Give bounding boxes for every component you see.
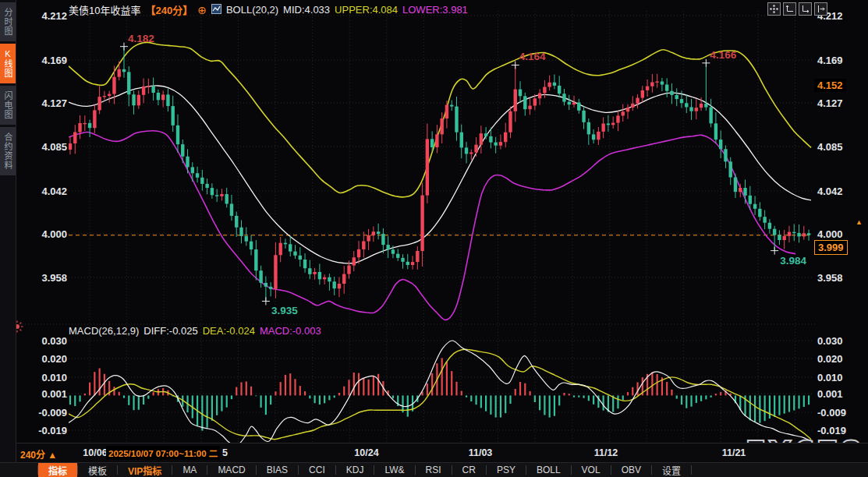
boll-label: BOLL(20,2) — [226, 4, 278, 16]
toolbar-button-KDJ[interactable]: KDJ — [336, 463, 374, 477]
toolbar-button-OBV[interactable]: OBV — [611, 463, 651, 477]
toolbar-button-PSY[interactable]: PSY — [487, 463, 526, 477]
y-axis-label-left: 0.030 — [41, 335, 67, 347]
x-axis-label: 11/12 — [594, 447, 618, 458]
toolbar-button-MA[interactable]: MA — [172, 463, 207, 477]
y-axis-label-right: 0.001 — [817, 388, 843, 400]
chart-header: 美债10年收益率 【240分】 ⊕ BOLL(20,2) MID:4.033 U… — [69, 2, 468, 17]
instrument-title: 美债10年收益率 — [69, 2, 140, 17]
toolbar-button-BOLL[interactable]: BOLL — [526, 463, 571, 477]
interval-tag: 【240分】 — [145, 2, 193, 17]
macd-header: MACD(26,12,9) DIFF:-0.025 DEA:-0.024 MAC… — [69, 325, 321, 337]
extreme-marker-cross — [262, 297, 270, 305]
x-axis-label: 11/21 — [722, 447, 746, 458]
sidebar-tab-4[interactable]: 合约资料 — [0, 127, 16, 175]
toolbar-button-模板[interactable]: 模板 — [78, 463, 117, 477]
extreme-marker-cross — [120, 43, 128, 51]
toolbar-button-MACD[interactable]: MACD — [207, 463, 255, 477]
y-axis-label-right: 0.010 — [817, 372, 843, 383]
trading-app-window: 4.1824.1644.1663.9353.984 分时图K线图闪电图合约资料 … — [0, 0, 868, 477]
extreme-marker-cross — [512, 61, 519, 69]
date-tooltip: 2025/10/07 07:00~11:00 二 — [106, 446, 220, 460]
current-price-badge: 3.999 — [814, 240, 848, 255]
y-axis-label-right: 3.958 — [817, 272, 843, 284]
indicator-toolbar: 指标模板VIP指标MAMACDBIASCCIKDJLW&RSICRPSYBOLL… — [0, 462, 868, 477]
toolbar-button-BIAS[interactable]: BIAS — [257, 463, 298, 477]
x-axis-label-fragment: 5 — [222, 447, 228, 458]
sidebar-tab-2[interactable]: K线图 — [0, 44, 16, 83]
y-axis-label-left: -0.009 — [38, 407, 67, 419]
extreme-price-annotation: 4.166 — [710, 49, 736, 61]
y-axis-label-left: 4.000 — [41, 228, 67, 240]
y-axis-label-right: 4.000 — [817, 228, 843, 240]
y-axis-label-right: 0.020 — [817, 353, 843, 365]
toolbar-button-VIP指标[interactable]: VIP指标 — [118, 463, 172, 477]
pan-icon[interactable] — [767, 2, 781, 16]
extreme-marker-cross — [771, 247, 778, 255]
y-axis-label-right: 4.085 — [817, 141, 843, 153]
chart-tools — [767, 2, 827, 16]
boll-upper-value: UPPER:4.084 — [335, 4, 398, 16]
macd-diff-value: DIFF:-0.025 — [143, 325, 197, 337]
y-axis-label-left: -0.019 — [38, 425, 67, 436]
y-axis-label-left: 0.020 — [41, 353, 67, 365]
toolbar-button-设置[interactable]: 设置 — [652, 463, 691, 477]
y-axis-label-right: 4.042 — [817, 186, 843, 197]
y-axis-label-left: 0.010 — [41, 372, 67, 383]
y-axis-label-left: 4.169 — [41, 55, 67, 66]
x-axis-label: 10/24 — [354, 447, 378, 458]
x-axis-label: 10/06 — [83, 447, 107, 458]
toolbar-button-指标[interactable]: 指标 — [38, 463, 77, 477]
x-axis-scale-icon[interactable] — [799, 2, 812, 16]
toolbar-button-VOL[interactable]: VOL — [572, 463, 611, 477]
y-axis-label-right: 4.169 — [817, 55, 843, 66]
toolbar-separator — [691, 465, 692, 475]
y-axis-label-left: 4.212 — [41, 10, 67, 22]
boll-lower-value: LOWER:3.981 — [402, 4, 468, 16]
y-axis-scale-icon[interactable] — [783, 2, 796, 16]
shift-right-icon[interactable] — [814, 2, 827, 16]
y-axis-label-right: 4.127 — [817, 97, 843, 109]
toolbar-button-RSI[interactable]: RSI — [416, 463, 452, 477]
toolbar-button-LW&[interactable]: LW& — [374, 463, 414, 477]
settlement-price-badge: 4.152 — [814, 79, 846, 92]
x-axis-label: 11/03 — [469, 447, 493, 458]
sidebar-tab-1[interactable]: 分时图 — [0, 2, 16, 41]
interval-label[interactable]: 240分 ▲ — [20, 447, 57, 461]
boll-mid-value: MID:4.033 — [283, 4, 330, 16]
sidebar-tab-3[interactable]: 闪电图 — [0, 86, 16, 125]
y-axis-label-right: -0.009 — [817, 407, 846, 419]
extreme-price-annotation: 4.164 — [519, 51, 546, 62]
y-axis-label-left: 0.001 — [41, 388, 67, 400]
y-axis-label-left: 4.042 — [41, 186, 67, 197]
toolbar-button-CCI[interactable]: CCI — [299, 463, 335, 477]
macd-macd-value: MACD:-0.003 — [260, 325, 321, 337]
time-axis: 240分 ▲ 10/06 2025/10/07 07:00~11:00 二 5 … — [0, 443, 868, 463]
y-axis-label-left: 4.085 — [41, 141, 67, 153]
mini-chart-icon — [211, 4, 221, 16]
macd-dea-value: DEA:-0.024 — [203, 325, 255, 337]
extreme-price-annotation: 3.935 — [271, 305, 298, 316]
price-up-arrow-icon: ▲ — [856, 219, 863, 225]
y-axis-label-left: 3.958 — [41, 272, 67, 284]
extreme-price-annotation: 4.182 — [128, 33, 154, 44]
add-indicator-icon[interactable]: ⊕ — [197, 4, 207, 16]
chart-canvas[interactable]: 4.1824.1644.1663.9353.984 — [0, 0, 868, 477]
toolbar-button-CR[interactable]: CR — [452, 463, 486, 477]
extreme-price-annotation: 3.984 — [780, 255, 806, 267]
y-axis-label-left: 4.127 — [41, 97, 67, 109]
chart-type-sidebar: 分时图K线图闪电图合约资料 — [0, 0, 16, 462]
y-axis-label-right: 0.030 — [817, 335, 843, 347]
macd-label: MACD(26,12,9) — [69, 325, 139, 337]
